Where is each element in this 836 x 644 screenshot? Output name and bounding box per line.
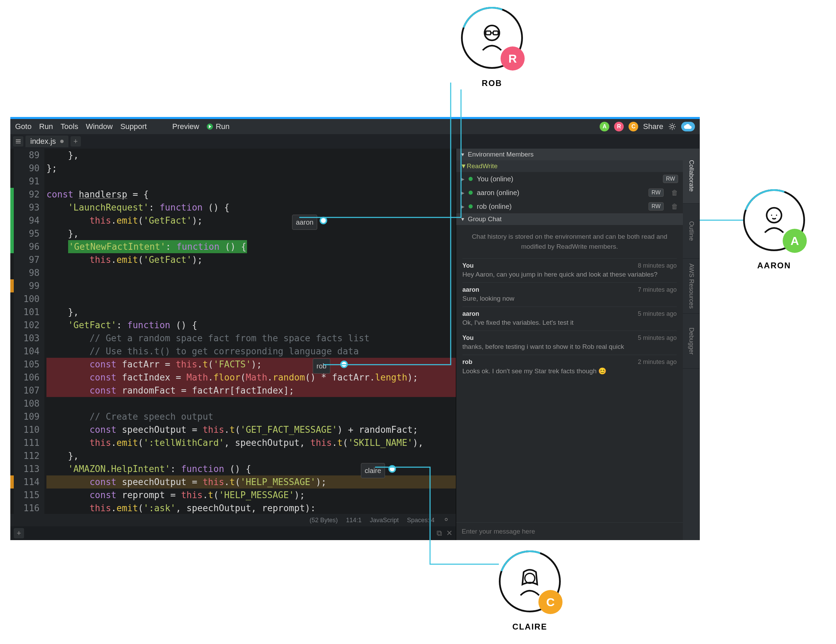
face-icon — [759, 205, 790, 235]
right-vtab-col: Collaborate Outline AWS Resources Debugg… — [683, 149, 699, 540]
close-icon[interactable]: ✕ — [446, 529, 452, 538]
chat-when: 5 minutes ago — [638, 310, 677, 317]
cursor-tag-rob: rob — [313, 358, 330, 374]
svg-point-4 — [766, 208, 781, 222]
status-lang[interactable]: JavaScript — [370, 517, 399, 524]
svg-rect-2 — [493, 31, 498, 35]
avatar-circle: R — [461, 7, 523, 69]
chat-text: Hey Aaron, can you jump in here quick an… — [462, 271, 677, 278]
chat-log: You8 minutes agoHey Aaron, can you jump … — [456, 258, 683, 522]
svg-point-8 — [671, 125, 674, 128]
chat-when: 7 minutes ago — [638, 286, 677, 293]
dock-plus-button[interactable]: + — [14, 528, 24, 538]
vtab-debugger[interactable]: Debugger — [683, 314, 699, 369]
menu-tools[interactable]: Tools — [60, 122, 78, 131]
run-button[interactable]: Run — [207, 122, 229, 131]
group-chat-header[interactable]: ▼Group Chat — [456, 213, 683, 225]
chat-text: Ok, I've fixed the variables. Let's test… — [462, 319, 677, 327]
chat-who: aaron — [462, 310, 479, 317]
tab-icon[interactable] — [13, 136, 23, 147]
online-dot-icon — [469, 191, 473, 195]
member-name: rob (online) — [477, 203, 511, 211]
vtab-outline[interactable]: Outline — [683, 204, 699, 259]
chat-who: rob — [462, 358, 472, 366]
online-dot-icon — [469, 177, 473, 181]
chat-input[interactable] — [456, 522, 683, 540]
preview-button[interactable]: Preview — [172, 122, 199, 131]
cloud9-icon[interactable] — [681, 122, 695, 131]
gear-icon[interactable] — [668, 123, 676, 131]
cursor-ring-icon — [389, 465, 396, 473]
vtab-aws-resources[interactable]: AWS Resources — [683, 259, 699, 314]
chat-message: aaron5 minutes agoOk, I've fixed the var… — [462, 307, 677, 330]
menu-run[interactable]: Run — [39, 122, 53, 131]
avatar-name: AARON — [743, 261, 805, 270]
status-pos: 114:1 — [346, 517, 362, 524]
member-row[interactable]: ▸rob (online)RW🗑 — [456, 199, 683, 213]
env-members-label: Environment Members — [468, 151, 534, 158]
avatar-circle: C — [499, 551, 561, 612]
share-button[interactable]: Share — [643, 122, 663, 131]
permission-select[interactable]: RW — [663, 175, 678, 183]
menu-goto[interactable]: Goto — [15, 122, 32, 131]
menu-support[interactable]: Support — [121, 122, 147, 131]
chat-message: You5 minutes agothanks, before testing i… — [462, 330, 677, 355]
vtab-collaborate[interactable]: Collaborate — [683, 149, 699, 204]
permission-select[interactable]: RW — [648, 202, 664, 211]
chat-message: rob2 minutes agoLooks ok. I don't see my… — [462, 355, 677, 379]
avatar-circle: A — [743, 189, 805, 251]
svg-point-5 — [771, 215, 772, 216]
svg-rect-11 — [16, 143, 21, 144]
svg-rect-10 — [16, 141, 21, 142]
trash-icon[interactable]: 🗑 — [671, 189, 678, 197]
cursor-ring-icon — [340, 361, 348, 368]
permission-select[interactable]: RW — [648, 188, 664, 197]
svg-rect-9 — [16, 139, 21, 141]
chat-input-field[interactable] — [462, 528, 678, 535]
chat-message: aaron7 minutes agoSure, looking now — [462, 283, 677, 307]
perm-header[interactable]: ▼ReadWrite — [456, 160, 683, 172]
collab-user-c[interactable]: C — [629, 122, 638, 131]
chat-who: aaron — [462, 286, 479, 293]
chat-text: thanks, before testing i want to show it… — [462, 343, 677, 351]
popout-icon[interactable]: ⧉ — [437, 529, 442, 538]
chat-who: You — [462, 334, 474, 342]
face-icon — [514, 566, 545, 597]
menu-window[interactable]: Window — [86, 122, 113, 131]
file-tab-name: index.js — [30, 137, 56, 146]
play-icon — [207, 124, 213, 130]
code-area[interactable]: },};const handlersp = { 'LaunchRequest':… — [44, 149, 456, 514]
collab-user-a[interactable]: A — [600, 122, 609, 131]
statusbar: (52 Bytes) 114:1 JavaScript Spaces: 4 — [10, 514, 456, 526]
status-gear-icon[interactable] — [443, 516, 451, 524]
svg-point-0 — [484, 25, 499, 40]
chat-when: 2 minutes ago — [638, 358, 677, 366]
collaborate-panel: ▼Environment Members ▼ReadWrite ▸You (on… — [456, 149, 683, 540]
file-tab[interactable]: index.js — [26, 136, 69, 147]
cursor-tag-claire: claire — [361, 463, 385, 478]
menubar: Goto Run Tools Window Support Preview Ru… — [10, 119, 700, 134]
avatar-name: ROB — [461, 78, 523, 88]
status-spaces[interactable]: Spaces: 4 — [407, 517, 434, 524]
chat-text: Sure, looking now — [462, 295, 677, 302]
collab-user-r[interactable]: R — [614, 122, 624, 131]
member-name: aaron (online) — [477, 189, 519, 197]
env-members-header[interactable]: ▼Environment Members — [456, 149, 683, 160]
svg-point-7 — [525, 574, 535, 584]
trash-icon[interactable]: 🗑 — [671, 203, 678, 211]
new-tab-button[interactable]: + — [70, 136, 81, 147]
svg-rect-1 — [486, 31, 491, 35]
tabbar: index.js + — [10, 134, 700, 149]
chat-when: 8 minutes ago — [638, 262, 677, 270]
member-row[interactable]: ▸aaron (online)RW🗑 — [456, 186, 683, 199]
svg-point-12 — [445, 518, 447, 521]
avatar-claire: C CLAIRE — [499, 551, 561, 632]
avatar-name: CLAIRE — [499, 622, 561, 632]
avatar-badge-letter: A — [783, 229, 807, 253]
svg-point-6 — [776, 215, 777, 216]
cursor-ring-icon — [320, 217, 327, 224]
online-dot-icon — [469, 204, 473, 208]
code-editor[interactable]: 8990919293949596979899100101102103104105… — [10, 149, 456, 514]
face-icon — [477, 22, 508, 53]
member-row[interactable]: ▸You (online)RW — [456, 172, 683, 186]
